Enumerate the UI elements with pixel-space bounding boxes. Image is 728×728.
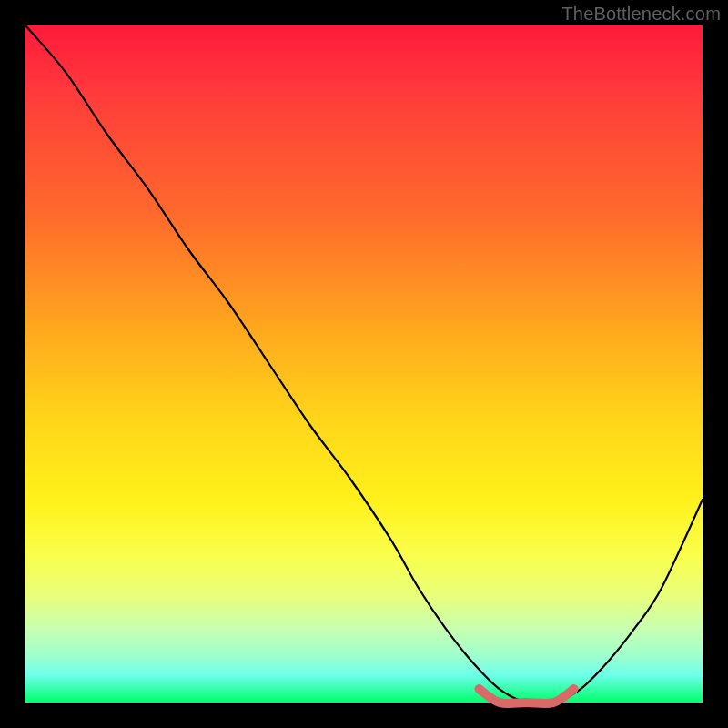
chart-frame: TheBottleneck.com (0, 0, 728, 728)
watermark-text: TheBottleneck.com (561, 4, 721, 25)
chart-svg (25, 25, 703, 703)
optimal-range-highlight (480, 689, 574, 703)
bottleneck-curve-line (25, 25, 703, 704)
